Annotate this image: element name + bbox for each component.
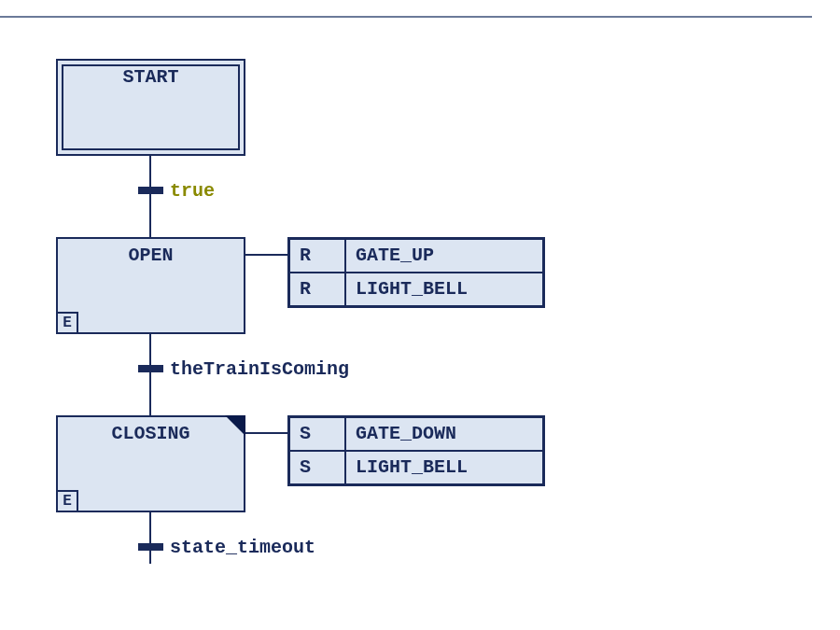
- connector: [149, 194, 151, 237]
- initial-step-indicator: [62, 64, 240, 150]
- step-closing[interactable]: CLOSING E: [56, 415, 245, 512]
- step-closing-label: CLOSING: [58, 417, 244, 444]
- step-closing-qualifier: E: [56, 490, 78, 512]
- action-qualifier: S: [289, 417, 345, 451]
- connector: [149, 512, 151, 564]
- actions-open[interactable]: R GATE_UP R LIGHT_BELL: [287, 237, 545, 308]
- transition-t1-label: true: [170, 180, 215, 202]
- action-qualifier: R: [289, 273, 345, 306]
- transition-t3-label: state_timeout: [170, 537, 315, 558]
- action-name: LIGHT_BELL: [345, 273, 543, 306]
- connector: [245, 254, 287, 256]
- transition-t2-label: theTrainIsComing: [170, 358, 349, 380]
- sfc-diagram: START true OPEN E R GATE_UP R LIGHT_BELL…: [0, 0, 840, 630]
- transition-t3-bar[interactable]: [138, 543, 163, 551]
- step-open-label: OPEN: [58, 239, 244, 266]
- transition-t2-bar[interactable]: [138, 365, 163, 372]
- action-qualifier: S: [289, 451, 345, 484]
- step-open-qualifier: E: [56, 312, 78, 334]
- step-open[interactable]: OPEN E: [56, 237, 245, 334]
- action-name: LIGHT_BELL: [345, 451, 543, 484]
- connector: [245, 432, 287, 434]
- step-flag-icon: [225, 415, 245, 436]
- transition-t1-bar[interactable]: [138, 187, 163, 194]
- action-name: GATE_UP: [345, 239, 543, 273]
- connector: [149, 372, 151, 415]
- page-divider: [0, 16, 812, 18]
- step-start[interactable]: START: [56, 59, 245, 156]
- action-name: GATE_DOWN: [345, 417, 543, 451]
- action-qualifier: R: [289, 239, 345, 273]
- actions-closing[interactable]: S GATE_DOWN S LIGHT_BELL: [287, 415, 545, 486]
